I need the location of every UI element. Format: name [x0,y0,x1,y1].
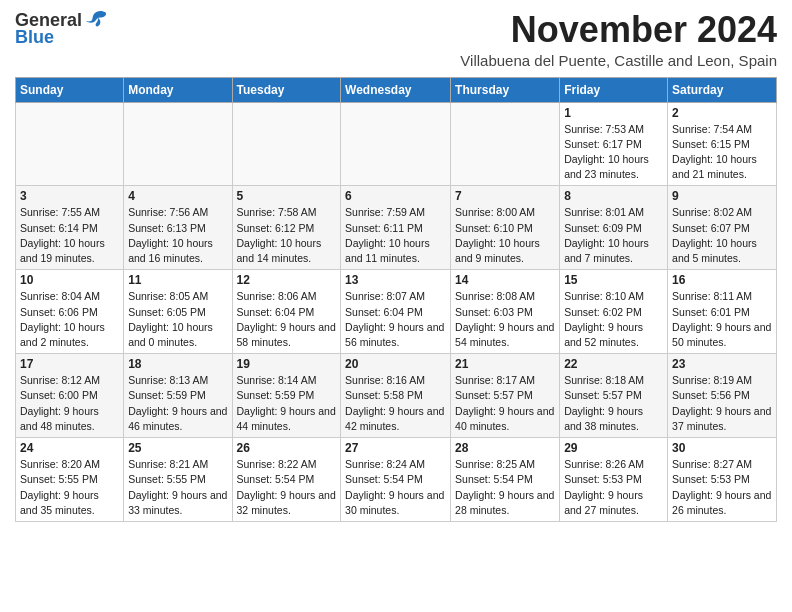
day-info: Sunrise: 8:11 AM Sunset: 6:01 PM Dayligh… [672,289,772,350]
day-number: 27 [345,441,446,455]
day-info: Sunrise: 8:06 AM Sunset: 6:04 PM Dayligh… [237,289,337,350]
day-number: 3 [20,189,119,203]
day-number: 4 [128,189,227,203]
day-number: 15 [564,273,663,287]
calendar-cell: 17Sunrise: 8:12 AM Sunset: 6:00 PM Dayli… [16,354,124,438]
calendar-cell: 3Sunrise: 7:55 AM Sunset: 6:14 PM Daylig… [16,186,124,270]
day-info: Sunrise: 8:22 AM Sunset: 5:54 PM Dayligh… [237,457,337,518]
day-number: 17 [20,357,119,371]
day-info: Sunrise: 8:24 AM Sunset: 5:54 PM Dayligh… [345,457,446,518]
weekday-header-sunday: Sunday [16,77,124,102]
day-info: Sunrise: 8:08 AM Sunset: 6:03 PM Dayligh… [455,289,555,350]
calendar-cell: 15Sunrise: 8:10 AM Sunset: 6:02 PM Dayli… [560,270,668,354]
day-info: Sunrise: 8:19 AM Sunset: 5:56 PM Dayligh… [672,373,772,434]
weekday-header-saturday: Saturday [668,77,777,102]
day-number: 29 [564,441,663,455]
title-block: November 2024 Villabuena del Puente, Cas… [460,10,777,69]
day-info: Sunrise: 8:02 AM Sunset: 6:07 PM Dayligh… [672,205,772,266]
weekday-header-tuesday: Tuesday [232,77,341,102]
day-number: 5 [237,189,337,203]
calendar-cell: 29Sunrise: 8:26 AM Sunset: 5:53 PM Dayli… [560,438,668,522]
logo: General Blue [15,10,108,48]
day-info: Sunrise: 8:14 AM Sunset: 5:59 PM Dayligh… [237,373,337,434]
day-info: Sunrise: 8:20 AM Sunset: 5:55 PM Dayligh… [20,457,119,518]
day-number: 14 [455,273,555,287]
calendar-cell [124,102,232,186]
day-info: Sunrise: 8:25 AM Sunset: 5:54 PM Dayligh… [455,457,555,518]
day-info: Sunrise: 8:18 AM Sunset: 5:57 PM Dayligh… [564,373,663,434]
day-number: 9 [672,189,772,203]
day-info: Sunrise: 7:53 AM Sunset: 6:17 PM Dayligh… [564,122,663,183]
calendar-header-row: SundayMondayTuesdayWednesdayThursdayFrid… [16,77,777,102]
day-number: 30 [672,441,772,455]
day-number: 8 [564,189,663,203]
calendar-cell: 18Sunrise: 8:13 AM Sunset: 5:59 PM Dayli… [124,354,232,438]
day-number: 10 [20,273,119,287]
day-info: Sunrise: 8:27 AM Sunset: 5:53 PM Dayligh… [672,457,772,518]
calendar-cell: 24Sunrise: 8:20 AM Sunset: 5:55 PM Dayli… [16,438,124,522]
day-info: Sunrise: 8:00 AM Sunset: 6:10 PM Dayligh… [455,205,555,266]
calendar-cell: 13Sunrise: 8:07 AM Sunset: 6:04 PM Dayli… [341,270,451,354]
day-number: 26 [237,441,337,455]
location-subtitle: Villabuena del Puente, Castille and Leon… [460,52,777,69]
day-info: Sunrise: 8:16 AM Sunset: 5:58 PM Dayligh… [345,373,446,434]
calendar-cell: 27Sunrise: 8:24 AM Sunset: 5:54 PM Dayli… [341,438,451,522]
calendar-cell: 23Sunrise: 8:19 AM Sunset: 5:56 PM Dayli… [668,354,777,438]
calendar-week-row: 10Sunrise: 8:04 AM Sunset: 6:06 PM Dayli… [16,270,777,354]
day-info: Sunrise: 8:26 AM Sunset: 5:53 PM Dayligh… [564,457,663,518]
day-number: 13 [345,273,446,287]
day-info: Sunrise: 8:13 AM Sunset: 5:59 PM Dayligh… [128,373,227,434]
calendar-cell: 30Sunrise: 8:27 AM Sunset: 5:53 PM Dayli… [668,438,777,522]
calendar-cell: 10Sunrise: 8:04 AM Sunset: 6:06 PM Dayli… [16,270,124,354]
day-number: 28 [455,441,555,455]
day-info: Sunrise: 7:55 AM Sunset: 6:14 PM Dayligh… [20,205,119,266]
calendar-cell: 19Sunrise: 8:14 AM Sunset: 5:59 PM Dayli… [232,354,341,438]
day-info: Sunrise: 7:54 AM Sunset: 6:15 PM Dayligh… [672,122,772,183]
weekday-header-friday: Friday [560,77,668,102]
day-number: 21 [455,357,555,371]
day-info: Sunrise: 8:12 AM Sunset: 6:00 PM Dayligh… [20,373,119,434]
day-number: 11 [128,273,227,287]
calendar-cell [451,102,560,186]
calendar-cell: 28Sunrise: 8:25 AM Sunset: 5:54 PM Dayli… [451,438,560,522]
calendar-cell: 22Sunrise: 8:18 AM Sunset: 5:57 PM Dayli… [560,354,668,438]
day-info: Sunrise: 7:58 AM Sunset: 6:12 PM Dayligh… [237,205,337,266]
calendar-cell: 14Sunrise: 8:08 AM Sunset: 6:03 PM Dayli… [451,270,560,354]
calendar-table: SundayMondayTuesdayWednesdayThursdayFrid… [15,77,777,522]
weekday-header-wednesday: Wednesday [341,77,451,102]
calendar-cell: 20Sunrise: 8:16 AM Sunset: 5:58 PM Dayli… [341,354,451,438]
calendar-cell: 12Sunrise: 8:06 AM Sunset: 6:04 PM Dayli… [232,270,341,354]
day-info: Sunrise: 8:04 AM Sunset: 6:06 PM Dayligh… [20,289,119,350]
day-info: Sunrise: 8:21 AM Sunset: 5:55 PM Dayligh… [128,457,227,518]
day-number: 22 [564,357,663,371]
calendar-cell: 16Sunrise: 8:11 AM Sunset: 6:01 PM Dayli… [668,270,777,354]
calendar-cell [16,102,124,186]
day-number: 6 [345,189,446,203]
day-number: 23 [672,357,772,371]
calendar-cell: 8Sunrise: 8:01 AM Sunset: 6:09 PM Daylig… [560,186,668,270]
logo-bird-icon [86,10,108,28]
calendar-cell: 26Sunrise: 8:22 AM Sunset: 5:54 PM Dayli… [232,438,341,522]
calendar-cell: 9Sunrise: 8:02 AM Sunset: 6:07 PM Daylig… [668,186,777,270]
day-number: 24 [20,441,119,455]
calendar-cell: 4Sunrise: 7:56 AM Sunset: 6:13 PM Daylig… [124,186,232,270]
calendar-cell [232,102,341,186]
day-number: 2 [672,106,772,120]
page-header: General Blue November 2024 Villabuena de… [15,10,777,69]
calendar-cell [341,102,451,186]
calendar-cell: 5Sunrise: 7:58 AM Sunset: 6:12 PM Daylig… [232,186,341,270]
day-info: Sunrise: 8:17 AM Sunset: 5:57 PM Dayligh… [455,373,555,434]
calendar-cell: 11Sunrise: 8:05 AM Sunset: 6:05 PM Dayli… [124,270,232,354]
day-number: 16 [672,273,772,287]
day-number: 12 [237,273,337,287]
weekday-header-thursday: Thursday [451,77,560,102]
day-number: 25 [128,441,227,455]
calendar-week-row: 1Sunrise: 7:53 AM Sunset: 6:17 PM Daylig… [16,102,777,186]
month-title: November 2024 [460,10,777,50]
calendar-cell: 6Sunrise: 7:59 AM Sunset: 6:11 PM Daylig… [341,186,451,270]
day-number: 19 [237,357,337,371]
calendar-cell: 1Sunrise: 7:53 AM Sunset: 6:17 PM Daylig… [560,102,668,186]
weekday-header-monday: Monday [124,77,232,102]
day-info: Sunrise: 7:59 AM Sunset: 6:11 PM Dayligh… [345,205,446,266]
day-info: Sunrise: 7:56 AM Sunset: 6:13 PM Dayligh… [128,205,227,266]
